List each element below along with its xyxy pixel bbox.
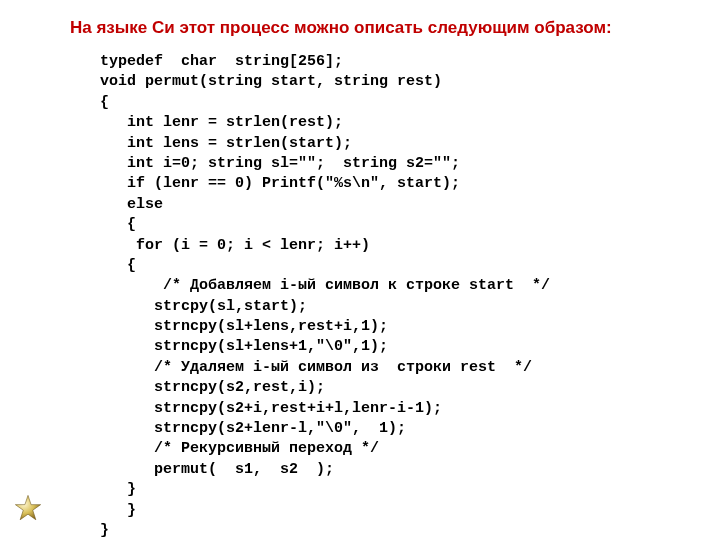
- code-line: int lens = strlen(start);: [100, 135, 352, 152]
- code-line: strncpy(sl+lens+1,"\0",1);: [100, 338, 388, 355]
- code-line: {: [100, 257, 136, 274]
- star-icon: [14, 494, 42, 522]
- code-line: /* Добавляем i-ый символ к строке start …: [100, 277, 550, 294]
- code-line: }: [100, 522, 109, 539]
- code-line: if (lenr == 0) Printf("%s\n", start);: [100, 175, 460, 192]
- code-line: strcpy(sl,start);: [100, 298, 307, 315]
- code-line: else: [100, 196, 163, 213]
- page-title: На языке Си этот процесс можно описать с…: [70, 18, 700, 38]
- code-line: for (i = 0; i < lenr; i++): [100, 237, 370, 254]
- code-line: int lenr = strlen(rest);: [100, 114, 343, 131]
- code-line: strncpy(sl+lens,rest+i,1);: [100, 318, 388, 335]
- svg-marker-0: [15, 495, 40, 519]
- code-line: }: [100, 481, 136, 498]
- code-line: int i=0; string sl=""; string s2="";: [100, 155, 460, 172]
- code-line: /* Удаляем i-ый символ из строки rest */: [100, 359, 532, 376]
- code-line: void permut(string start, string rest): [100, 73, 442, 90]
- code-line: typedef char string[256];: [100, 53, 343, 70]
- code-line: {: [100, 94, 109, 111]
- code-line: strncpy(s2+i,rest+i+l,lenr-i-1);: [100, 400, 442, 417]
- code-line: }: [100, 502, 136, 519]
- code-line: {: [100, 216, 136, 233]
- code-line: strncpy(s2+lenr-l,"\0", 1);: [100, 420, 406, 437]
- code-block: typedef char string[256]; void permut(st…: [100, 52, 700, 540]
- code-line: /* Рекурсивный переход */: [100, 440, 379, 457]
- code-line: strncpy(s2,rest,i);: [100, 379, 325, 396]
- code-line: permut( s1, s2 );: [100, 461, 334, 478]
